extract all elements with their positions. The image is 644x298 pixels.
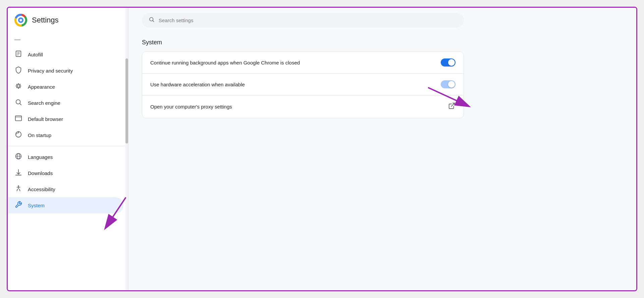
system-icon <box>14 201 22 210</box>
svg-point-16 <box>19 84 21 85</box>
settings-row-background-apps: Continue running background apps when Go… <box>142 52 464 73</box>
sidebar-item-default-browser-label: Default browser <box>28 116 63 122</box>
search-icon <box>149 16 155 24</box>
default-browser-icon <box>14 115 22 124</box>
search-engine-icon <box>14 98 22 108</box>
sidebar-item-languages-label: Languages <box>28 154 53 160</box>
sidebar-item-downloads-label: Downloads <box>28 170 53 176</box>
sidebar-header: Settings <box>8 8 128 33</box>
autofill-icon <box>14 50 22 59</box>
sidebar-item-search-engine[interactable]: Search engine <box>8 95 123 111</box>
sidebar-item-autofill-label: Autofill <box>28 52 43 57</box>
svg-point-11 <box>20 85 21 87</box>
sidebar-item-on-startup[interactable]: On startup <box>8 127 123 143</box>
toggle-track[interactable] <box>441 58 455 67</box>
settings-window: Settings — Autofill <box>7 7 637 291</box>
main-header <box>128 8 636 31</box>
sidebar-item-languages[interactable]: Languages <box>8 149 123 165</box>
sidebar-item-privacy-label: Privacy and security <box>28 68 73 74</box>
svg-point-4 <box>20 19 22 22</box>
privacy-icon <box>14 66 22 75</box>
sidebar-item-system[interactable]: System <box>8 197 123 213</box>
main-content: System Continue running background apps … <box>128 31 636 290</box>
sidebar-item-default-browser[interactable]: Default browser <box>8 111 123 127</box>
svg-point-13 <box>18 87 19 89</box>
external-link-icon[interactable] <box>448 102 455 111</box>
settings-row-proxy: Open your computer's proxy settings <box>142 95 464 118</box>
section-title: System <box>142 39 623 46</box>
toggle-thumb <box>448 59 455 66</box>
sidebar-scrollbar-thumb[interactable] <box>125 58 128 143</box>
svg-point-15 <box>19 87 21 88</box>
proxy-settings-label: Open your computer's proxy settings <box>150 104 448 110</box>
svg-point-9 <box>17 85 19 87</box>
sidebar-item-appearance[interactable]: Appearance <box>8 79 123 95</box>
sidebar-scrollbar-track <box>125 8 128 290</box>
sidebar-item-search-engine-label: Search engine <box>28 100 60 106</box>
toggle-thumb-hw <box>448 81 455 88</box>
sidebar-item-downloads[interactable]: Downloads <box>8 165 123 181</box>
sidebar-item-appearance-label: Appearance <box>28 84 55 90</box>
sidebar-item-collapsed-top: — <box>8 33 123 46</box>
languages-icon <box>14 153 22 162</box>
settings-row-hardware-acceleration: Use hardware acceleration when available <box>142 73 464 95</box>
hardware-acceleration-label: Use hardware acceleration when available <box>150 82 441 87</box>
accessibility-icon <box>14 185 22 194</box>
chrome-logo-icon <box>14 14 27 27</box>
search-input[interactable] <box>159 17 457 23</box>
svg-rect-20 <box>15 116 21 121</box>
sidebar-item-accessibility[interactable]: Accessibility <box>8 181 123 197</box>
svg-line-32 <box>451 103 454 107</box>
sidebar-item-on-startup-label: On startup <box>28 132 51 138</box>
svg-line-31 <box>153 20 154 22</box>
svg-point-10 <box>16 85 17 87</box>
sidebar-item-accessibility-label: Accessibility <box>28 186 55 192</box>
sidebar-title: Settings <box>32 16 59 25</box>
hardware-acceleration-toggle[interactable] <box>441 80 455 88</box>
search-bar <box>142 13 464 28</box>
svg-line-19 <box>20 103 21 105</box>
sidebar-nav: Autofill Privacy and security <box>8 46 128 290</box>
sidebar-item-system-label: System <box>28 203 45 208</box>
svg-point-14 <box>16 84 18 85</box>
nav-separator <box>8 146 128 146</box>
on-startup-icon <box>14 131 22 140</box>
main-content-area: System Continue running background apps … <box>128 8 636 290</box>
appearance-icon <box>14 82 22 91</box>
sidebar-item-autofill[interactable]: Autofill <box>8 46 123 62</box>
sidebar-item-privacy[interactable]: Privacy and security <box>8 62 123 79</box>
settings-card: Continue running background apps when Go… <box>142 51 464 118</box>
background-apps-label: Continue running background apps when Go… <box>150 60 441 66</box>
sidebar: Settings — Autofill <box>8 8 128 290</box>
svg-point-17 <box>16 87 18 88</box>
svg-point-12 <box>18 83 19 84</box>
toggle-track-hw[interactable] <box>441 80 455 88</box>
svg-point-28 <box>18 185 19 186</box>
background-apps-toggle[interactable] <box>441 58 455 67</box>
downloads-icon <box>14 169 22 178</box>
